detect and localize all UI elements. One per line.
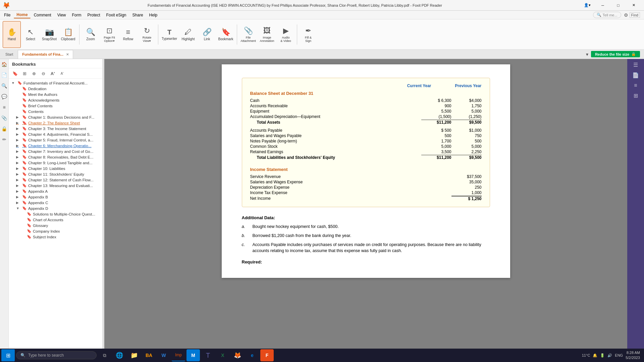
sidebar-item-chapter6[interactable]: ▶ 🔖 Chapter 6: Merchandising Operatio... — [9, 143, 102, 148]
menu-view[interactable]: View — [55, 12, 69, 18]
menu-home[interactable]: Home — [14, 12, 30, 18]
home-icon[interactable]: 🏠 — [1, 62, 7, 67]
taskbar-fileexplorer-btn[interactable]: 📁 — [127, 349, 141, 361]
toolbar-link-btn[interactable]: 🔗 Link — [198, 21, 216, 48]
sidebar-bookmark-icon[interactable]: 🔖 — [11, 70, 19, 77]
taskbar-excel-btn[interactable]: X — [216, 349, 229, 361]
tab-close-btn[interactable]: ✕ — [66, 53, 69, 56]
find-input[interactable]: Find — [630, 12, 640, 18]
toolbar-zoom-btn[interactable]: 🔍 Zoom — [82, 21, 100, 48]
start-button[interactable]: ⊞ — [1, 349, 15, 361]
expand-chapter12-icon[interactable]: ▶ — [16, 178, 21, 182]
sidebar-item-chapter13[interactable]: ▶ 🔖 Chapter 13: Measuring and Evaluati..… — [9, 183, 102, 188]
taskbar-app2[interactable]: M — [186, 349, 200, 361]
sidebar-item-chapter12[interactable]: ▶ 🔖 Chapter 12: Statement of Cash Flow..… — [9, 177, 102, 183]
sidebar-item-chapter4[interactable]: ▶ 🔖 Chapter 4: Adjustments, Financial S.… — [9, 131, 102, 137]
taskbar-msedge-btn[interactable]: e — [246, 349, 259, 361]
sidebar-collapse-icon[interactable]: ⊖ — [40, 70, 47, 77]
toolbar-clipboard-btn[interactable]: 📋 Clipboard — [59, 21, 77, 48]
sidebar-grid-icon[interactable]: ⊞ — [21, 70, 28, 77]
sidebar-item-chartofaccounts[interactable]: 🔖 Chart of Accounts — [9, 217, 102, 223]
expand-appendixA-icon[interactable]: ▶ — [16, 189, 21, 193]
sidebar-item-appendixD[interactable]: ▼ 🔖 Appendix D — [9, 205, 102, 211]
sidebar-item-chapter2[interactable]: ▶ 🔖 Chapter 2: The Balance Sheet — [9, 120, 102, 126]
toolbar-fileattachment-btn[interactable]: 📎 FileAttachment — [239, 21, 257, 48]
sidebar-item-chapter8[interactable]: ▶ 🔖 Chapter 8: Receivables, Bad Debt E..… — [9, 154, 102, 160]
taskbar-importance-btn[interactable]: Imp — [172, 349, 185, 361]
sidebar-item-companyindex[interactable]: 🔖 Company Index — [9, 228, 102, 234]
toolbar-imageannotation-btn[interactable]: 🖼 ImageAnnotation — [258, 21, 276, 48]
sidebar-item-subjectindex[interactable]: 🔖 Subject Index — [9, 234, 102, 240]
toolbar-bookmark-btn[interactable]: 🔖 Bookmark — [217, 21, 235, 48]
toolbar-rotate-btn[interactable]: ↻ RotateView▾ — [138, 21, 156, 48]
expand-appendixD-icon[interactable]: ▼ — [16, 206, 21, 210]
taskbar-word-btn[interactable]: W — [157, 349, 170, 361]
expand-chapter4-icon[interactable]: ▶ — [16, 132, 21, 136]
toolbar-typewriter-btn[interactable]: T Typewriter — [160, 21, 178, 48]
sidebar-item-briefcontents[interactable]: 🔖 Brief Contents — [9, 103, 102, 109]
expand-chapter8-icon[interactable]: ▶ — [16, 155, 21, 159]
expand-chapter5-icon[interactable]: ▶ — [16, 138, 21, 142]
taskbar-firefox-btn[interactable]: 🦊 — [231, 349, 244, 361]
sidebar-item-chapter10[interactable]: ▶ 🔖 Chapter 10: Liabilities — [9, 166, 102, 171]
sidebar-item-glossary[interactable]: 🔖 Glossary — [9, 223, 102, 228]
taskbar-volume-icon[interactable]: 🔊 — [607, 353, 612, 358]
expand-chapter11-icon[interactable]: ▶ — [16, 172, 21, 176]
security-icon[interactable]: 🔒 — [1, 126, 7, 131]
toolbar-reflow-btn[interactable]: ≡ Reflow — [119, 21, 137, 48]
expand-chapter2-icon[interactable]: ▶ — [16, 121, 21, 125]
toolbar-hand-btn[interactable]: ✋ Hand — [3, 21, 21, 48]
taskbar-app1[interactable]: BA — [142, 349, 156, 361]
toolbar-fillsign-btn[interactable]: ✒ Fill &Sign — [299, 21, 317, 48]
expand-chapter6-icon[interactable]: ▶ — [16, 144, 21, 147]
toolbar-snapshot-btn[interactable]: 📷 SnapShot — [40, 21, 58, 48]
sidebar-item-contents[interactable]: 🔖 Contents — [9, 109, 102, 114]
sidebar-item-dedication[interactable]: 🔖 Dedication — [9, 86, 102, 92]
expand-chapter3-icon[interactable]: ▶ — [16, 127, 21, 130]
sidebar-item-chapter11[interactable]: ▶ 🔖 Chapter 11: Stockholders' Equity — [9, 171, 102, 177]
right-panel-icon3[interactable]: ≡ — [634, 82, 637, 88]
right-panel-icon1[interactable]: ☰ — [633, 62, 638, 68]
pages-icon[interactable]: 📄 — [1, 72, 7, 78]
comments-icon[interactable]: 💬 — [1, 94, 7, 99]
tell-me-input[interactable]: 🔍 Tell me... — [593, 12, 621, 18]
right-panel-icon2[interactable]: 📄 — [632, 72, 639, 78]
tab-start[interactable]: Start — [1, 52, 17, 57]
expand-chapter10-icon[interactable]: ▶ — [16, 167, 21, 170]
toolbar-pagefit-btn[interactable]: ⊡ Page FitOption▾ — [100, 21, 118, 48]
attachments-panel-icon[interactable]: 📎 — [1, 115, 7, 121]
maximize-btn[interactable]: □ — [610, 0, 626, 11]
sidebar-item-chapter9[interactable]: ▶ 🔖 Chapter 9: Long-Lived Tangible and..… — [9, 160, 102, 166]
right-panel-icon4[interactable]: ⊞ — [634, 93, 638, 99]
sidebar-item-solutions[interactable]: 🔖 Solutions to Multiple-Choice Quest... — [9, 211, 102, 217]
sidebar-item-chapter1[interactable]: ▶ 🔖 Chapter 1: Business Decisions and F.… — [9, 114, 102, 120]
toolbar-select-btn[interactable]: ↖ Select — [21, 21, 40, 48]
taskbar-search-input[interactable]: 🔍 Type here to search — [16, 351, 97, 359]
tools-icon[interactable]: ✏ — [2, 137, 6, 142]
tab-document[interactable]: Fundamentals of Fina... ✕ — [18, 50, 73, 59]
layers-icon[interactable]: ≡ — [3, 105, 5, 110]
reduce-file-size-btn[interactable]: Reduce the file size 🔒 — [591, 51, 640, 57]
sidebar-item-meetauthors[interactable]: 🔖 Meet the Authors — [9, 92, 102, 97]
minimize-btn[interactable]: ─ — [595, 0, 610, 11]
taskbar-foxit-btn[interactable]: F — [260, 349, 274, 361]
taskbar-edge-btn[interactable]: 🌐 — [113, 349, 126, 361]
menu-protect[interactable]: Protect — [85, 12, 103, 18]
expand-chapter1-icon[interactable]: ▶ — [16, 115, 21, 119]
toolbar-audiovideo-btn[interactable]: ▶ Audio& Video — [277, 21, 295, 48]
user-btn[interactable]: 👤▾ — [580, 0, 595, 11]
menu-file[interactable]: File — [1, 12, 13, 18]
close-btn[interactable]: ✕ — [626, 0, 641, 11]
sidebar-expand-icon[interactable]: ⊕ — [30, 70, 38, 77]
expand-appendixC-icon[interactable]: ▶ — [16, 201, 21, 204]
menu-comment[interactable]: Comment — [31, 12, 54, 18]
menu-share[interactable]: Share — [130, 12, 146, 18]
sidebar-item-appendixA[interactable]: ▶ 🔖 Appendix A — [9, 188, 102, 194]
sidebar-item-chapter5[interactable]: ▶ 🔖 Chapter 5: Fraud, Internal Control, … — [9, 137, 102, 143]
sidebar-fontA2-icon[interactable]: A' — [58, 70, 66, 77]
expand-chapter9-icon[interactable]: ▶ — [16, 161, 21, 165]
expand-chapter13-icon[interactable]: ▶ — [16, 184, 21, 187]
expand-chapter7-icon[interactable]: ▶ — [16, 149, 21, 153]
sidebar-item-chapter3[interactable]: ▶ 🔖 Chapter 3: The Income Statement — [9, 126, 102, 131]
sidebar-item-chapter7[interactable]: ▶ 🔖 Chapter 7: Inventory and Cost of Go.… — [9, 148, 102, 154]
